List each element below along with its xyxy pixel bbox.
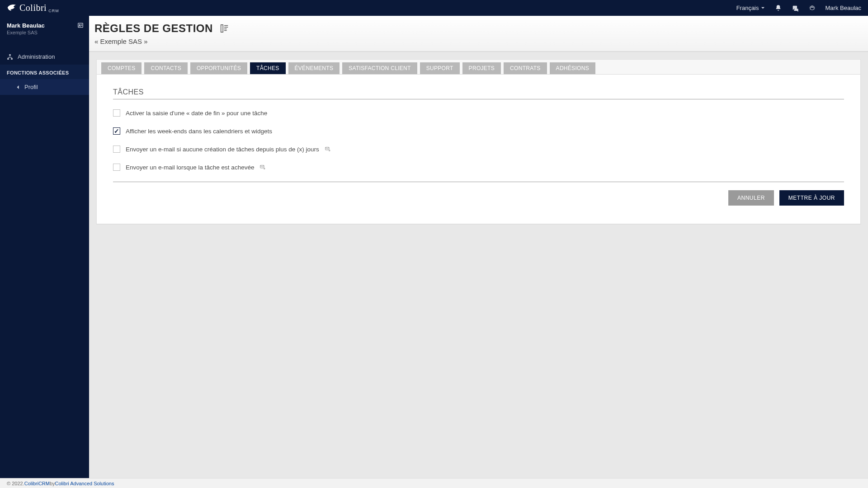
chevron-down-icon bbox=[761, 6, 765, 10]
edit-mail-icon[interactable] bbox=[325, 146, 331, 152]
sidebar-item-administration[interactable]: Administration bbox=[0, 49, 89, 65]
sidebar-user-name: Mark Beaulac bbox=[7, 22, 82, 29]
svg-rect-3 bbox=[7, 58, 9, 59]
svg-rect-6 bbox=[325, 147, 329, 150]
sitemap-icon bbox=[7, 54, 13, 60]
language-selector[interactable]: Français bbox=[736, 5, 765, 11]
tab-satisfaction[interactable]: SATISFACTION CLIENT bbox=[342, 62, 417, 74]
footer: © 2022. ColibriCRM by Colibri Advanced S… bbox=[0, 478, 868, 488]
sidebar-section-title: FONCTIONS ASSOCIÉES bbox=[0, 65, 89, 79]
checkbox-email-no-tasks[interactable] bbox=[113, 145, 120, 153]
setting-label: Activer la saisie d'une « date de fin » … bbox=[126, 110, 267, 117]
checkbox-end-date[interactable] bbox=[113, 109, 120, 117]
footer-copyright: © 2022. bbox=[7, 481, 24, 486]
sidebar-user-card: Mark Beaulac Exemple SAS bbox=[0, 16, 89, 40]
sidebar-user-company: Exemple SAS bbox=[7, 30, 82, 35]
tab-opportunites[interactable]: OPPORTUNITÉS bbox=[190, 62, 247, 74]
tab-evenements[interactable]: ÉVÉNEMENTS bbox=[288, 62, 340, 74]
top-header: Colibri CRM Français Mark Beaulac bbox=[0, 0, 868, 16]
bird-icon bbox=[7, 3, 17, 13]
panel-footer: ANNULER METTRE À JOUR bbox=[113, 182, 844, 215]
panel-title: TÂCHES bbox=[113, 88, 844, 99]
tab-comptes[interactable]: COMPTES bbox=[101, 62, 142, 74]
setting-label: Afficher les week-ends dans les calendri… bbox=[126, 128, 272, 135]
cancel-button[interactable]: ANNULER bbox=[728, 190, 774, 206]
bell-icon[interactable] bbox=[775, 5, 782, 11]
edit-mail-icon[interactable] bbox=[259, 164, 266, 170]
main-area: RÈGLES DE GESTION « Exemple SAS » COMPTE… bbox=[89, 16, 868, 478]
checkbox-email-completed[interactable] bbox=[113, 164, 120, 171]
tabs: COMPTES CONTACTS OPPORTUNITÉS TÂCHES ÉVÉ… bbox=[101, 62, 858, 74]
setting-label: Envoyer un e-mail lorsque la tâche est a… bbox=[126, 164, 254, 171]
footer-by: by bbox=[50, 481, 55, 486]
tab-taches[interactable]: TÂCHES bbox=[250, 62, 285, 74]
rules-icon bbox=[219, 23, 229, 33]
setting-label: Envoyer un e-mail si aucune création de … bbox=[126, 146, 319, 153]
setting-row: Envoyer un e-mail lorsque la tâche est a… bbox=[113, 164, 844, 171]
page-title: RÈGLES DE GESTION bbox=[94, 22, 213, 35]
setting-row: Afficher les week-ends dans les calendri… bbox=[113, 127, 844, 135]
setting-row: Activer la saisie d'une « date de fin » … bbox=[113, 109, 844, 117]
svg-rect-4 bbox=[11, 58, 13, 59]
tab-adhesions[interactable]: ADHÉSIONS bbox=[550, 62, 595, 74]
panel: TÂCHES Activer la saisie d'une « date de… bbox=[97, 75, 860, 224]
checkbox-weekends[interactable] bbox=[113, 127, 120, 135]
svg-rect-5 bbox=[221, 25, 223, 33]
header-user-name[interactable]: Mark Beaulac bbox=[826, 5, 861, 11]
contact-card-icon[interactable] bbox=[77, 22, 84, 28]
brand-sub: CRM bbox=[48, 9, 59, 13]
sidebar: Mark Beaulac Exemple SAS Administration … bbox=[0, 16, 89, 478]
logo[interactable]: Colibri CRM bbox=[7, 3, 59, 13]
chat-icon[interactable] bbox=[792, 5, 799, 12]
language-label: Français bbox=[736, 5, 759, 11]
sidebar-item-label: Administration bbox=[18, 53, 55, 60]
tab-contrats[interactable]: CONTRATS bbox=[504, 62, 547, 74]
settings-card: COMPTES CONTACTS OPPORTUNITÉS TÂCHES ÉVÉ… bbox=[96, 59, 861, 224]
sidebar-item-label: Profil bbox=[24, 84, 38, 90]
tab-projets[interactable]: PROJETS bbox=[462, 62, 501, 74]
svg-point-1 bbox=[79, 24, 80, 26]
brand-name: Colibri bbox=[19, 3, 47, 13]
page-subtitle: « Exemple SAS » bbox=[94, 38, 868, 45]
footer-product-link[interactable]: ColibriCRM bbox=[24, 481, 50, 486]
bug-icon[interactable] bbox=[809, 5, 816, 11]
tab-contacts[interactable]: CONTACTS bbox=[144, 62, 188, 74]
footer-company-link[interactable]: Colibri Advanced Solutions bbox=[55, 481, 114, 486]
tabs-bar: COMPTES CONTACTS OPPORTUNITÉS TÂCHES ÉVÉ… bbox=[97, 60, 860, 75]
chevron-left-icon bbox=[16, 85, 20, 89]
svg-rect-7 bbox=[260, 165, 264, 168]
submit-button[interactable]: METTRE À JOUR bbox=[779, 190, 844, 206]
setting-row: Envoyer un e-mail si aucune création de … bbox=[113, 145, 844, 153]
sidebar-item-profil[interactable]: Profil bbox=[0, 79, 89, 95]
page-header: RÈGLES DE GESTION « Exemple SAS » bbox=[89, 16, 868, 52]
svg-rect-2 bbox=[9, 54, 11, 56]
tab-support[interactable]: SUPPORT bbox=[420, 62, 460, 74]
